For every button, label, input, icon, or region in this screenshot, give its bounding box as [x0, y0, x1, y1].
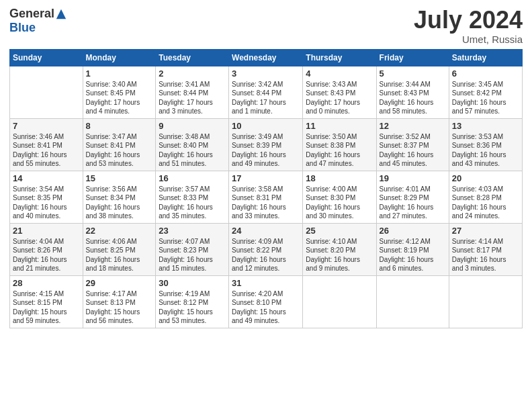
day-info: Sunrise: 4:06 AM Sunset: 8:25 PM Dayligh… [86, 237, 153, 273]
day-number: 22 [86, 226, 153, 236]
day-info: Sunrise: 4:17 AM Sunset: 8:13 PM Dayligh… [86, 289, 153, 326]
day-cell [10, 66, 83, 118]
day-cell: 26Sunrise: 4:12 AM Sunset: 8:19 PM Dayli… [376, 223, 449, 275]
day-cell: 7Sunrise: 3:46 AM Sunset: 8:41 PM Daylig… [10, 118, 83, 171]
day-number: 16 [159, 173, 226, 183]
day-info: Sunrise: 4:14 AM Sunset: 8:17 PM Dayligh… [452, 237, 519, 273]
week-row-5: 28Sunrise: 4:15 AM Sunset: 8:15 PM Dayli… [10, 275, 523, 328]
logo-blue-text: Blue [9, 21, 36, 35]
week-row-3: 14Sunrise: 3:54 AM Sunset: 8:35 PM Dayli… [10, 171, 523, 223]
day-number: 29 [86, 278, 153, 288]
day-number: 19 [380, 173, 446, 183]
day-cell: 25Sunrise: 4:10 AM Sunset: 8:20 PM Dayli… [303, 223, 376, 275]
day-info: Sunrise: 4:20 AM Sunset: 8:10 PM Dayligh… [232, 289, 300, 326]
header: General Blue July 2024 Umet, Russia [9, 7, 523, 45]
day-info: Sunrise: 3:44 AM Sunset: 8:43 PM Dayligh… [380, 80, 446, 116]
day-cell: 6Sunrise: 3:45 AM Sunset: 8:42 PM Daylig… [449, 66, 522, 118]
day-number: 9 [159, 121, 226, 131]
day-info: Sunrise: 4:12 AM Sunset: 8:19 PM Dayligh… [380, 237, 446, 273]
day-number: 15 [86, 173, 153, 183]
day-number: 7 [13, 121, 80, 131]
week-row-2: 7Sunrise: 3:46 AM Sunset: 8:41 PM Daylig… [10, 118, 523, 171]
day-number: 30 [159, 278, 226, 288]
header-row: SundayMondayTuesdayWednesdayThursdayFrid… [10, 49, 523, 66]
day-number: 27 [452, 226, 519, 236]
day-cell: 30Sunrise: 4:19 AM Sunset: 8:12 PM Dayli… [156, 275, 229, 328]
day-cell: 3Sunrise: 3:42 AM Sunset: 8:44 PM Daylig… [229, 66, 303, 118]
day-number: 17 [232, 173, 300, 183]
col-header-thursday: Thursday [303, 49, 376, 66]
calendar-table: SundayMondayTuesdayWednesdayThursdayFrid… [9, 49, 523, 328]
day-cell: 21Sunrise: 4:04 AM Sunset: 8:26 PM Dayli… [10, 223, 83, 275]
col-header-monday: Monday [83, 49, 156, 66]
day-info: Sunrise: 4:09 AM Sunset: 8:22 PM Dayligh… [232, 237, 300, 273]
day-info: Sunrise: 3:40 AM Sunset: 8:45 PM Dayligh… [86, 80, 153, 116]
day-info: Sunrise: 4:03 AM Sunset: 8:28 PM Dayligh… [452, 185, 519, 221]
day-cell: 14Sunrise: 3:54 AM Sunset: 8:35 PM Dayli… [10, 171, 83, 223]
day-info: Sunrise: 3:43 AM Sunset: 8:43 PM Dayligh… [306, 80, 373, 116]
col-header-friday: Friday [376, 49, 449, 66]
calendar-header: SundayMondayTuesdayWednesdayThursdayFrid… [10, 49, 523, 66]
day-cell: 29Sunrise: 4:17 AM Sunset: 8:13 PM Dayli… [83, 275, 156, 328]
day-info: Sunrise: 3:41 AM Sunset: 8:44 PM Dayligh… [159, 80, 226, 116]
day-cell: 23Sunrise: 4:07 AM Sunset: 8:23 PM Dayli… [156, 223, 229, 275]
day-info: Sunrise: 4:07 AM Sunset: 8:23 PM Dayligh… [159, 237, 226, 273]
day-cell: 9Sunrise: 3:48 AM Sunset: 8:40 PM Daylig… [156, 118, 229, 171]
day-cell [449, 275, 522, 328]
day-number: 8 [86, 121, 153, 131]
day-cell [376, 275, 449, 328]
day-cell: 22Sunrise: 4:06 AM Sunset: 8:25 PM Dayli… [83, 223, 156, 275]
day-info: Sunrise: 3:47 AM Sunset: 8:41 PM Dayligh… [86, 132, 153, 169]
day-info: Sunrise: 3:45 AM Sunset: 8:42 PM Dayligh… [452, 80, 519, 116]
day-cell: 24Sunrise: 4:09 AM Sunset: 8:22 PM Dayli… [229, 223, 303, 275]
day-number: 4 [306, 68, 373, 79]
day-cell: 8Sunrise: 3:47 AM Sunset: 8:41 PM Daylig… [83, 118, 156, 171]
day-number: 13 [452, 121, 519, 131]
day-cell: 4Sunrise: 3:43 AM Sunset: 8:43 PM Daylig… [303, 66, 376, 118]
day-info: Sunrise: 3:53 AM Sunset: 8:36 PM Dayligh… [452, 132, 519, 169]
day-cell: 18Sunrise: 4:00 AM Sunset: 8:30 PM Dayli… [303, 171, 376, 223]
day-info: Sunrise: 4:10 AM Sunset: 8:20 PM Dayligh… [306, 237, 373, 273]
day-cell: 27Sunrise: 4:14 AM Sunset: 8:17 PM Dayli… [449, 223, 522, 275]
day-info: Sunrise: 3:52 AM Sunset: 8:37 PM Dayligh… [380, 132, 446, 169]
logo-general-text: General [9, 7, 54, 21]
day-cell [303, 275, 376, 328]
day-number: 12 [380, 121, 446, 131]
day-number: 26 [380, 226, 446, 236]
day-number: 18 [306, 173, 373, 183]
day-number: 11 [306, 121, 373, 131]
day-cell: 28Sunrise: 4:15 AM Sunset: 8:15 PM Dayli… [10, 275, 83, 328]
day-info: Sunrise: 4:15 AM Sunset: 8:15 PM Dayligh… [13, 289, 80, 326]
day-cell: 1Sunrise: 3:40 AM Sunset: 8:45 PM Daylig… [83, 66, 156, 118]
subtitle: Umet, Russia [414, 34, 523, 45]
day-info: Sunrise: 4:19 AM Sunset: 8:12 PM Dayligh… [159, 289, 226, 326]
day-cell: 13Sunrise: 3:53 AM Sunset: 8:36 PM Dayli… [449, 118, 522, 171]
day-info: Sunrise: 4:01 AM Sunset: 8:29 PM Dayligh… [380, 185, 446, 221]
col-header-wednesday: Wednesday [229, 49, 303, 66]
day-number: 21 [13, 226, 80, 236]
svg-marker-0 [56, 9, 66, 18]
day-number: 3 [232, 68, 300, 79]
day-info: Sunrise: 3:58 AM Sunset: 8:31 PM Dayligh… [232, 185, 300, 221]
calendar-body: 1Sunrise: 3:40 AM Sunset: 8:45 PM Daylig… [10, 66, 523, 328]
day-info: Sunrise: 3:48 AM Sunset: 8:40 PM Dayligh… [159, 132, 226, 169]
day-number: 10 [232, 121, 300, 131]
logo: General Blue [9, 7, 67, 35]
day-number: 6 [452, 68, 519, 79]
day-number: 2 [159, 68, 226, 79]
page: General Blue July 2024 Umet, Russia Sund… [0, 0, 532, 411]
week-row-4: 21Sunrise: 4:04 AM Sunset: 8:26 PM Dayli… [10, 223, 523, 275]
col-header-saturday: Saturday [449, 49, 522, 66]
day-info: Sunrise: 3:56 AM Sunset: 8:34 PM Dayligh… [86, 185, 153, 221]
day-info: Sunrise: 3:50 AM Sunset: 8:38 PM Dayligh… [306, 132, 373, 169]
day-number: 25 [306, 226, 373, 236]
title-area: July 2024 Umet, Russia [414, 7, 523, 45]
day-cell: 19Sunrise: 4:01 AM Sunset: 8:29 PM Dayli… [376, 171, 449, 223]
logo-icon [55, 8, 67, 20]
day-number: 31 [232, 278, 300, 288]
day-cell: 20Sunrise: 4:03 AM Sunset: 8:28 PM Dayli… [449, 171, 522, 223]
day-cell: 2Sunrise: 3:41 AM Sunset: 8:44 PM Daylig… [156, 66, 229, 118]
day-number: 23 [159, 226, 226, 236]
day-number: 24 [232, 226, 300, 236]
day-number: 5 [380, 68, 446, 79]
